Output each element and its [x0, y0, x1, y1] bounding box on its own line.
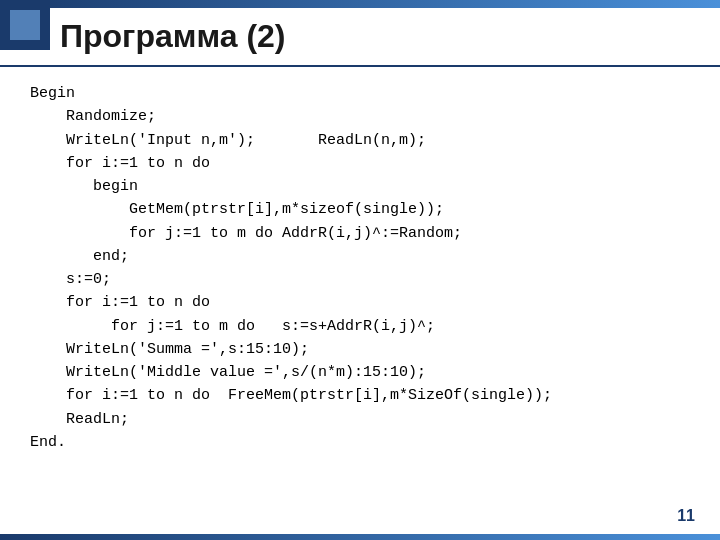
slide-number: 11 — [677, 507, 695, 525]
bottom-accent — [0, 534, 720, 540]
content-area: Begin Randomize; WriteLn('Input n,m'); R… — [0, 67, 720, 540]
code-block: Begin Randomize; WriteLn('Input n,m'); R… — [30, 82, 690, 454]
slide-title: Программа (2) — [60, 18, 285, 55]
corner-inner — [10, 10, 40, 40]
corner-decoration — [0, 0, 50, 50]
title-bar: Программа (2) — [0, 8, 720, 67]
top-accent — [0, 0, 720, 8]
slide-container: Программа (2) Begin Randomize; WriteLn('… — [0, 0, 720, 540]
